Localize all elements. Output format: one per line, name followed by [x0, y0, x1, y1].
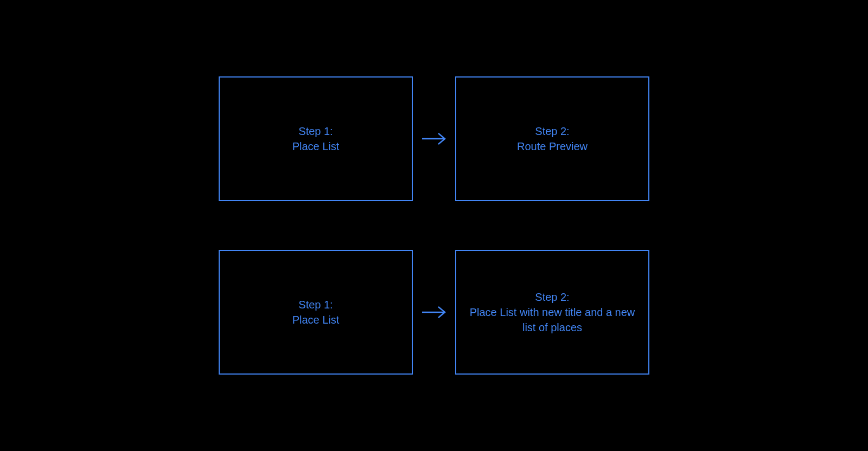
step-box-2-1: Step 1: Place List [219, 250, 413, 375]
flow-row-2: Step 1: Place List Step 2: Place List wi… [219, 250, 649, 375]
arrow-right-icon [421, 305, 447, 320]
arrow-container-2 [413, 305, 455, 320]
step1-subtitle: Place List [292, 139, 340, 154]
step1-title: Step 1: [298, 124, 333, 139]
step-box-1-2: Step 2: Route Preview [455, 76, 649, 201]
step-box-1-1: Step 1: Place List [219, 76, 413, 201]
diagram-container: Step 1: Place List Step 2: Route Preview… [219, 76, 649, 375]
arrow-container-1 [413, 131, 455, 146]
step2-subtitle: Place List with new title and a new list… [467, 305, 637, 335]
step2-title: Step 2: [535, 289, 569, 305]
step-box-2-2: Step 2: Place List with new title and a … [455, 250, 649, 375]
step1-title: Step 1: [298, 297, 333, 312]
step2-title: Step 2: [535, 124, 569, 139]
arrow-right-icon [421, 131, 447, 146]
step1-subtitle: Place List [292, 312, 340, 327]
step2-subtitle: Route Preview [517, 139, 588, 154]
flow-row-1: Step 1: Place List Step 2: Route Preview [219, 76, 649, 201]
